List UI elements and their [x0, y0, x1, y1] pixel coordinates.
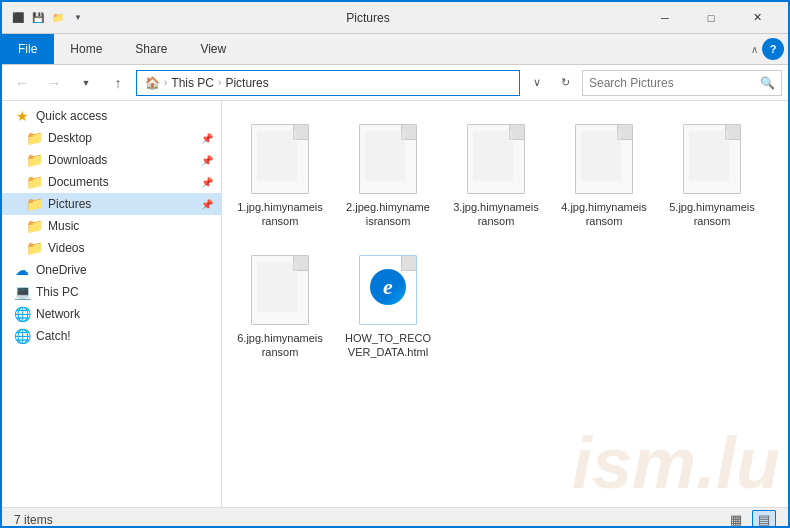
titlebar-icon-down: ▼ [70, 10, 86, 26]
file-doc-icon-6 [251, 255, 309, 325]
downloads-folder-icon: 📁 [26, 152, 42, 168]
catch-label: Catch! [36, 329, 71, 343]
watermark: ism.lu [564, 419, 788, 507]
main-layout: ★ Quick access 📁 Desktop 📌 📁 Downloads 📌… [2, 101, 788, 507]
help-button[interactable]: ? [762, 38, 784, 60]
sidebar-item-downloads[interactable]: 📁 Downloads 📌 [2, 149, 221, 171]
recent-locations-button[interactable]: ▼ [72, 69, 100, 97]
file-doc-icon-3 [467, 124, 525, 194]
file-grid: 1.jpg.himynameisransom 2.jpeg.himynameis… [230, 113, 780, 366]
tab-share[interactable]: Share [119, 34, 184, 64]
path-pictures[interactable]: Pictures [225, 76, 268, 90]
maximize-button[interactable]: □ [688, 2, 734, 34]
downloads-label: Downloads [48, 153, 107, 167]
quick-access-icon: ★ [14, 108, 30, 124]
network-icon: 🌐 [14, 306, 30, 322]
onedrive-label: OneDrive [36, 263, 87, 277]
path-thispc[interactable]: This PC [171, 76, 214, 90]
sidebar-item-desktop[interactable]: 📁 Desktop 📌 [2, 127, 221, 149]
statusbar: 7 items ▦ ▤ [2, 507, 788, 528]
tab-file[interactable]: File [2, 34, 54, 64]
view-list-button[interactable]: ▤ [752, 510, 776, 529]
tab-home[interactable]: Home [54, 34, 119, 64]
tab-view[interactable]: View [184, 34, 243, 64]
window-controls: ─ □ ✕ [642, 2, 780, 34]
ribbon: File Home Share View ∧ ? [2, 34, 788, 65]
sidebar-item-quick-access[interactable]: ★ Quick access [2, 105, 221, 127]
titlebar-icon-2: 💾 [30, 10, 46, 26]
file-item-7[interactable]: e HOW_TO_RECOVER_DATA.html [338, 244, 438, 367]
addressbar: ← → ▼ ↑ 🏠 › This PC › Pictures ∨ ↻ 🔍 [2, 65, 788, 101]
file-icon-wrapper-7: e [356, 253, 420, 327]
pictures-label: Pictures [48, 197, 91, 211]
onedrive-icon: ☁ [14, 262, 30, 278]
file-item-4[interactable]: 4.jpg.himynameisransom [554, 113, 654, 236]
file-icon-wrapper-6 [248, 253, 312, 327]
sidebar-item-thispc[interactable]: 💻 This PC [2, 281, 221, 303]
pictures-pin-icon: 📌 [201, 199, 213, 210]
file-icon-wrapper-5 [680, 122, 744, 196]
documents-label: Documents [48, 175, 109, 189]
ribbon-collapse-icon[interactable]: ∧ [751, 44, 758, 55]
quick-access-label: Quick access [36, 109, 107, 123]
catch-icon: 🌐 [14, 328, 30, 344]
file-label-2: 2.jpeg.himynameisransom [345, 200, 431, 229]
search-icon: 🔍 [760, 76, 775, 90]
file-item-6[interactable]: 6.jpg.himynameisransom [230, 244, 330, 367]
file-doc-icon-4 [575, 124, 633, 194]
thispc-label: This PC [36, 285, 79, 299]
music-label: Music [48, 219, 79, 233]
forward-button[interactable]: → [40, 69, 68, 97]
sidebar-item-onedrive[interactable]: ☁ OneDrive [2, 259, 221, 281]
address-actions: ∨ ↻ [524, 70, 578, 96]
titlebar-icon-1: ⬛ [10, 10, 26, 26]
sidebar-item-network[interactable]: 🌐 Network [2, 303, 221, 325]
ribbon-tab-bar: File Home Share View ∧ ? [2, 34, 788, 64]
sidebar-item-pictures[interactable]: 📁 Pictures 📌 [2, 193, 221, 215]
item-count: 7 items [14, 513, 53, 527]
thispc-icon: 💻 [14, 284, 30, 300]
titlebar-app-icons: ⬛ 💾 📁 ▼ [10, 10, 86, 26]
file-item-2[interactable]: 2.jpeg.himynameisransom [338, 113, 438, 236]
file-doc-icon-1 [251, 124, 309, 194]
file-item-1[interactable]: 1.jpg.himynameisransom [230, 113, 330, 236]
desktop-folder-icon: 📁 [26, 130, 42, 146]
file-label-4: 4.jpg.himynameisransom [561, 200, 647, 229]
file-icon-wrapper-3 [464, 122, 528, 196]
sidebar-item-catch[interactable]: 🌐 Catch! [2, 325, 221, 347]
file-icon-wrapper-4 [572, 122, 636, 196]
search-box[interactable]: 🔍 [582, 70, 782, 96]
path-home-icon: 🏠 [145, 76, 160, 90]
window-title: Pictures [94, 11, 642, 25]
downloads-pin-icon: 📌 [201, 155, 213, 166]
file-item-5[interactable]: 5.jpg.himynameisransom [662, 113, 762, 236]
file-label-1: 1.jpg.himynameisransom [237, 200, 323, 229]
sidebar-item-music[interactable]: 📁 Music [2, 215, 221, 237]
path-dropdown-button[interactable]: ∨ [524, 70, 550, 96]
file-label-6: 6.jpg.himynameisransom [237, 331, 323, 360]
file-icon-wrapper-1 [248, 122, 312, 196]
desktop-pin-icon: 📌 [201, 133, 213, 144]
close-button[interactable]: ✕ [734, 2, 780, 34]
documents-pin-icon: 📌 [201, 177, 213, 188]
videos-folder-icon: 📁 [26, 240, 42, 256]
refresh-button[interactable]: ↻ [552, 70, 578, 96]
content-area: ism.lu 1.jpg.himynameisransom 2.jpeg [222, 101, 788, 507]
file-doc-icon-2 [359, 124, 417, 194]
view-grid-button[interactable]: ▦ [724, 510, 748, 529]
address-path[interactable]: 🏠 › This PC › Pictures [136, 70, 520, 96]
music-folder-icon: 📁 [26, 218, 42, 234]
path-sep-1: › [164, 77, 167, 88]
back-button[interactable]: ← [8, 69, 36, 97]
up-button[interactable]: ↑ [104, 69, 132, 97]
sidebar-item-videos[interactable]: 📁 Videos [2, 237, 221, 259]
file-label-5: 5.jpg.himynameisransom [669, 200, 755, 229]
sidebar: ★ Quick access 📁 Desktop 📌 📁 Downloads 📌… [2, 101, 222, 507]
file-item-3[interactable]: 3.jpg.himynameisransom [446, 113, 546, 236]
file-label-3: 3.jpg.himynameisransom [453, 200, 539, 229]
file-doc-icon-5 [683, 124, 741, 194]
file-html-icon-7: e [359, 255, 417, 325]
minimize-button[interactable]: ─ [642, 2, 688, 34]
sidebar-item-documents[interactable]: 📁 Documents 📌 [2, 171, 221, 193]
search-input[interactable] [589, 76, 756, 90]
